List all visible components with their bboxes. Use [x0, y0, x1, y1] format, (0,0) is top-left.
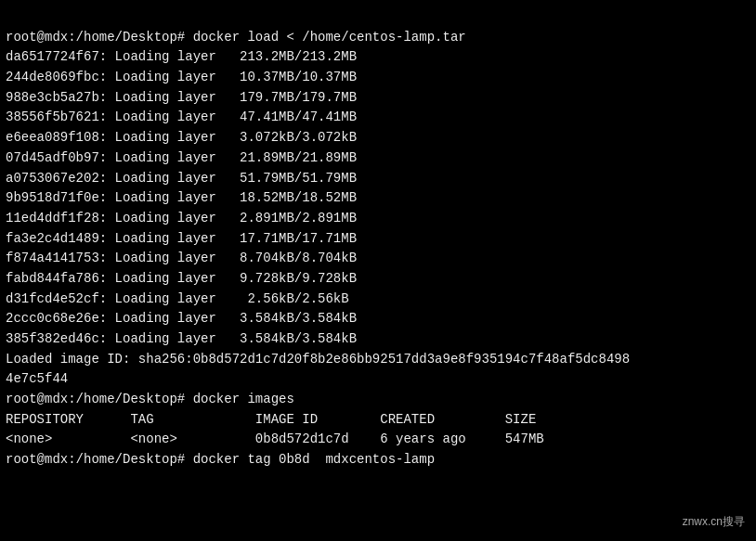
terminal-window: root@mdx:/home/Desktop# docker load < /h… [0, 0, 756, 541]
terminal-line: root@mdx:/home/Desktop# docker images [6, 390, 750, 410]
terminal-line: 4e7c5f44 [6, 369, 750, 390]
terminal-line: Loaded image ID: sha256:0b8d572d1c7d20f8… [6, 350, 750, 370]
terminal-line: fabd844fa786: Loading layer 9.728kB/9.72… [6, 269, 750, 290]
terminal-line: root@mdx:/home/Desktop# docker load < /h… [6, 28, 750, 48]
terminal-line: 2ccc0c68e26e: Loading layer 3.584kB/3.58… [6, 309, 750, 329]
terminal-line: 07d45adf0b97: Loading layer 21.89MB/21.8… [6, 148, 750, 169]
terminal-line: 11ed4ddf1f28: Loading layer 2.891MB/2.89… [6, 209, 750, 229]
terminal-line: 244de8069fbc: Loading layer 10.37MB/10.3… [6, 68, 750, 88]
terminal-line: 385f382ed46c: Loading layer 3.584kB/3.58… [6, 329, 750, 350]
terminal-line: a0753067e202: Loading layer 51.79MB/51.7… [6, 169, 750, 189]
terminal-line: 38556f5b7621: Loading layer 47.41MB/47.4… [6, 108, 750, 128]
terminal-line: e6eea089f108: Loading layer 3.072kB/3.07… [6, 128, 750, 148]
terminal-line: f874a4141753: Loading layer 8.704kB/8.70… [6, 249, 750, 269]
terminal-line: 988e3cb5a27b: Loading layer 179.7MB/179.… [6, 88, 750, 109]
terminal-line: <none> <none> 0b8d572d1c7d 6 years ago 5… [6, 430, 750, 450]
terminal-line: da6517724f67: Loading layer 213.2MB/213.… [6, 47, 750, 68]
terminal-line: root@mdx:/home/Desktop# docker tag 0b8d … [6, 450, 750, 470]
watermark-label: znwx.cn搜寻 [679, 512, 749, 532]
terminal-line: REPOSITORY TAG IMAGE ID CREATED SIZE [6, 410, 750, 431]
terminal-line: d31fcd4e52cf: Loading layer 2.56kB/2.56k… [6, 290, 750, 310]
terminal-line: 9b9518d71f0e: Loading layer 18.52MB/18.5… [6, 188, 750, 209]
terminal-line: fa3e2c4d1489: Loading layer 17.71MB/17.7… [6, 229, 750, 250]
